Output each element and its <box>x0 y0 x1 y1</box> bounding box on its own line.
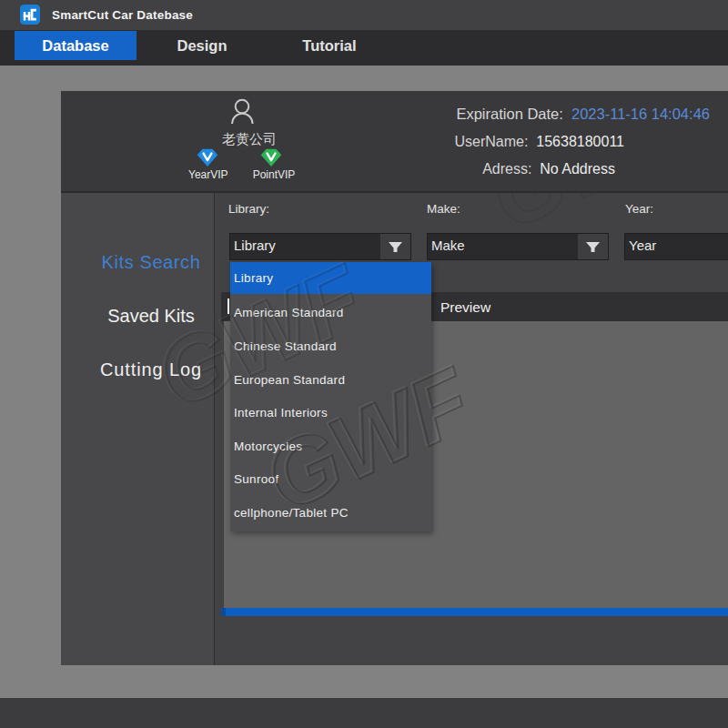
svg-text:GWF: GWF <box>475 193 713 249</box>
